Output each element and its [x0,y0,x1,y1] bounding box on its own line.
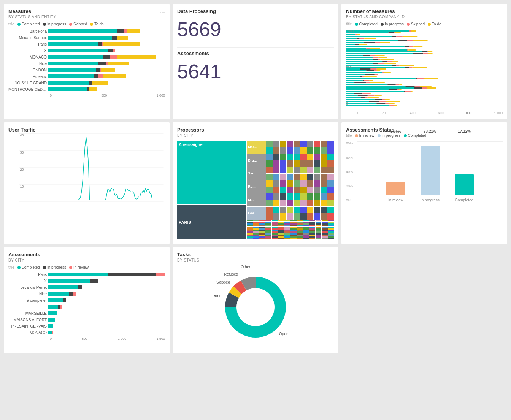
treemap-mini-cell [287,141,293,147]
measures-more-btn[interactable]: ··· [159,8,165,15]
status-bar-in-progress: 73.21% In progress [421,129,440,202]
svg-rect-54 [370,55,375,56]
treemap-grid-cell [284,238,290,239]
treemap-mini-cell [280,154,286,160]
treemap-grid-cell [316,231,321,233]
treemap-mini-cell [280,141,286,147]
svg-rect-61 [373,59,378,60]
treemap-grid-cell [322,222,327,223]
treemap-mini-cell [280,174,286,180]
treemap-mini-cell [307,187,314,193]
treemap-mini-cell [294,193,300,200]
treemap-grid-cell [272,227,278,228]
measures-bar-chart: BarcelonaMouans-SartouxParisXMONACONiceL… [8,29,165,92]
treemap-mini-cell [280,180,286,186]
svg-rect-58 [373,57,379,58]
treemap-named-row: M... [247,193,334,206]
treemap-mini-cell [327,200,334,206]
measures-bar-row: LONDON [8,67,165,73]
treemap-grid-cell [265,228,271,230]
treemap-grid-cell [247,220,252,221]
treemap-grid-cell [316,227,321,228]
treemap-grid-cell [322,231,327,233]
treemap-mini-cell [321,180,327,186]
svg-rect-116 [346,86,405,87]
treemap-mini-cell [280,147,286,153]
svg-text:Open: Open [279,332,288,336]
svg-text:Done: Done [214,294,222,298]
svg-rect-109 [354,82,366,83]
svg-rect-156 [346,105,389,106]
treemap-grid-cell [303,222,309,223]
assessments-city-bar-row: Paris [8,272,165,277]
treemap-grid-cell [272,238,278,239]
treemap-grid-cell [253,235,259,236]
svg-rect-144 [346,99,375,100]
svg-rect-19 [364,38,376,39]
svg-rect-26 [375,42,380,43]
svg-rect-67 [392,61,398,62]
treemap-mini-cell [300,160,307,166]
treemap-grid-cell [297,228,303,230]
treemap-grid-cell [322,238,327,239]
treemap-grid-cell [265,220,271,221]
treemap-mini-cell [307,167,314,173]
svg-rect-97 [360,76,362,77]
svg-rect-158 [390,105,394,106]
svg-rect-100 [346,78,416,79]
svg-rect-50 [423,53,428,54]
svg-rect-118 [415,86,420,87]
treemap-mini-cell [273,174,279,180]
treemap-left-column: A renseignerPARIS [177,141,246,239]
treemap-mini-cell [294,141,300,147]
treemap-grid-cell [259,238,265,239]
number-measures-svg: 10005000 [346,29,503,108]
assessments-city-chart: ParisXLevallois-PerretNiceà compléter---… [8,272,165,335]
treemap-grid-cell [309,236,315,238]
treemap-grid-cell [316,235,321,236]
assessments-city-title: Assessments [8,252,165,257]
treemap-mini-cell [273,193,279,200]
treemap-grid-cell [272,230,278,231]
data-processing-card: Data Processing 5669 Assessments 5641 [173,4,338,119]
treemap-grid-cell [297,223,303,224]
treemap-mini-cell [300,207,307,213]
svg-rect-81 [360,68,371,70]
measures-bar-row: Nice [8,61,165,66]
data-processing-value: 5669 [177,19,334,40]
measures-legend: title Completed In progress Skipped To d… [8,22,165,26]
treemap-mini-cell [314,141,320,147]
treemap-named-row [247,220,334,239]
svg-rect-64 [346,61,382,62]
treemap-mini-cell [287,180,293,186]
treemap-mini-cell [294,213,300,219]
svg-rect-88 [346,72,382,73]
number-measures-x-axis: 02004006008001 000 [346,111,503,115]
svg-rect-103 [424,78,438,79]
svg-rect-79 [413,67,427,68]
svg-text:20: 20 [20,168,24,171]
svg-rect-121 [414,87,422,89]
measures-title: Measures [8,8,56,14]
svg-rect-134 [362,93,370,94]
svg-rect-96 [346,76,360,77]
measures-bar-row: NOISY LE GRAND [8,80,165,86]
treemap-grid-cell [265,233,271,235]
treemap-mini-cell [327,213,334,219]
treemap-mini-cell [287,213,293,219]
treemap-mini-cell [273,141,279,147]
svg-rect-39 [370,48,380,49]
svg-rect-113 [387,84,396,85]
svg-rect-135 [370,93,371,94]
treemap-named-row: San... [247,167,334,180]
treemap-mini-cell [294,174,300,180]
treemap-grid-cell [303,231,309,233]
treemap-mini-cell [327,180,334,186]
measures-card: Measures BY STATUS AND ENTITY ··· title … [4,4,170,119]
treemap-grid-cell [253,230,259,231]
treemap-mini-cell [327,187,334,193]
treemap-grid-cell [278,233,284,235]
measures-bar-row: Barcelona [8,29,165,34]
svg-rect-77 [405,67,409,68]
treemap-grid-cell [290,233,296,235]
